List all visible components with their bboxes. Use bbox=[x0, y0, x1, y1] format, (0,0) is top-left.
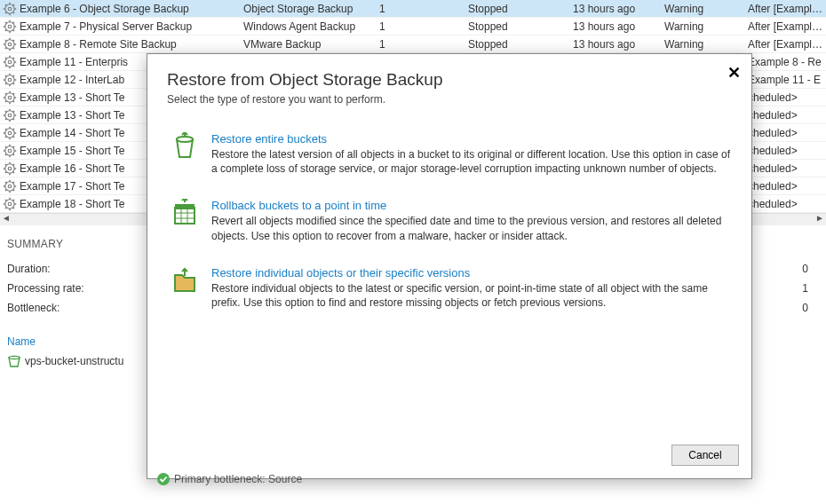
job-next: cheduled> bbox=[748, 180, 826, 193]
job-count: 1 bbox=[379, 38, 468, 51]
svg-point-100 bbox=[5, 181, 14, 190]
svg-line-109 bbox=[13, 181, 14, 182]
svg-line-19 bbox=[13, 21, 14, 22]
svg-line-89 bbox=[13, 146, 14, 146]
gear-icon bbox=[2, 125, 18, 141]
svg-line-103 bbox=[13, 189, 14, 190]
svg-line-95 bbox=[5, 171, 6, 172]
gear-icon bbox=[2, 1, 18, 17]
gear-icon bbox=[2, 178, 18, 194]
svg-line-29 bbox=[13, 39, 14, 40]
option-title-link[interactable]: Rollback buckets to a point in time bbox=[211, 199, 732, 212]
table-row[interactable]: Example 7 - Physical Server BackupWindow… bbox=[0, 18, 826, 35]
job-next: After [Example 6 - O.. bbox=[748, 20, 826, 33]
svg-line-49 bbox=[13, 75, 14, 75]
svg-line-67 bbox=[5, 110, 6, 111]
svg-line-65 bbox=[5, 118, 6, 119]
job-time: 13 hours ago bbox=[573, 20, 664, 33]
svg-point-91 bbox=[8, 167, 12, 170]
close-icon[interactable]: ✕ bbox=[727, 63, 741, 83]
job-next: After [Example 4 - Ex bbox=[748, 3, 826, 15]
svg-line-57 bbox=[5, 92, 6, 93]
svg-line-113 bbox=[13, 207, 14, 208]
svg-line-3 bbox=[13, 12, 14, 12]
restore-option: Rollback buckets to a point in timeRever… bbox=[167, 199, 732, 242]
restore-option: Restore entire bucketsRestore the latest… bbox=[167, 132, 732, 176]
job-count: 1 bbox=[379, 3, 468, 15]
svg-line-23 bbox=[13, 47, 14, 48]
svg-point-120 bbox=[9, 356, 20, 358]
svg-point-81 bbox=[8, 149, 12, 153]
svg-point-101 bbox=[8, 185, 12, 188]
svg-point-0 bbox=[5, 4, 14, 12]
gear-icon bbox=[2, 161, 18, 177]
svg-line-93 bbox=[13, 171, 14, 172]
option-title-link[interactable]: Restore entire buckets bbox=[211, 132, 732, 146]
svg-point-60 bbox=[5, 110, 14, 119]
svg-line-87 bbox=[5, 146, 6, 146]
job-status: Warning bbox=[664, 20, 748, 33]
svg-point-70 bbox=[5, 128, 14, 137]
svg-line-35 bbox=[5, 65, 6, 66]
svg-line-99 bbox=[13, 163, 14, 164]
job-status: Warning bbox=[664, 3, 748, 15]
svg-point-51 bbox=[8, 96, 12, 99]
job-state: Stopped bbox=[468, 3, 573, 15]
job-next: After [Example 7 - Ph bbox=[748, 38, 826, 51]
dialog-subtitle: Select the type of restore you want to p… bbox=[167, 93, 732, 106]
svg-line-75 bbox=[5, 136, 6, 137]
svg-point-111 bbox=[8, 202, 12, 206]
svg-line-53 bbox=[13, 100, 14, 101]
gear-icon bbox=[2, 143, 18, 159]
table-row[interactable]: Example 8 - Remote Site BackupVMware Bac… bbox=[0, 35, 826, 53]
job-next: cheduled> bbox=[748, 91, 826, 104]
svg-line-9 bbox=[13, 4, 14, 4]
svg-line-77 bbox=[5, 128, 6, 129]
bucket-icon bbox=[7, 355, 21, 367]
svg-rect-123 bbox=[175, 204, 195, 209]
option-title-link[interactable]: Restore individual objects or their spec… bbox=[211, 266, 732, 280]
restore-option: Restore individual objects or their spec… bbox=[167, 266, 732, 310]
svg-line-33 bbox=[13, 65, 14, 66]
cancel-button[interactable]: Cancel bbox=[671, 445, 739, 466]
gear-icon bbox=[2, 19, 18, 35]
gear-icon bbox=[2, 107, 18, 123]
svg-line-105 bbox=[5, 189, 6, 190]
svg-point-90 bbox=[5, 163, 14, 172]
gear-icon bbox=[2, 36, 18, 52]
gear-icon bbox=[2, 72, 18, 88]
bucket-item-label: vps-bucket-unstructu bbox=[25, 355, 123, 367]
job-type: VMware Backup bbox=[243, 38, 379, 51]
svg-line-107 bbox=[5, 181, 6, 182]
svg-point-41 bbox=[8, 78, 12, 82]
svg-line-13 bbox=[13, 29, 14, 30]
svg-point-50 bbox=[5, 92, 14, 101]
svg-point-80 bbox=[5, 146, 14, 154]
svg-point-11 bbox=[8, 25, 12, 28]
svg-line-73 bbox=[13, 136, 14, 137]
gear-icon bbox=[2, 90, 18, 106]
svg-line-85 bbox=[5, 154, 6, 154]
dialog-title: Restore from Object Storage Backup bbox=[167, 70, 732, 90]
svg-rect-122 bbox=[175, 208, 195, 224]
job-name: Example 6 - Object Storage Backup bbox=[20, 3, 243, 15]
job-next: cheduled> bbox=[748, 127, 826, 139]
status-peek: Primary bottleneck: Source bbox=[156, 472, 302, 486]
svg-point-10 bbox=[5, 21, 14, 30]
svg-line-115 bbox=[5, 207, 6, 208]
svg-line-59 bbox=[13, 92, 14, 93]
job-type: Windows Agent Backup bbox=[243, 20, 379, 33]
job-time: 13 hours ago bbox=[573, 38, 664, 51]
svg-line-117 bbox=[5, 199, 6, 200]
gear-icon bbox=[2, 54, 18, 70]
option-description: Revert all objects modified since the sp… bbox=[211, 214, 732, 242]
svg-line-79 bbox=[13, 128, 14, 129]
table-row[interactable]: Example 6 - Object Storage BackupObject … bbox=[0, 0, 826, 18]
job-next: cheduled> bbox=[748, 109, 826, 122]
svg-line-83 bbox=[13, 154, 14, 154]
option-description: Restore the latest version of all object… bbox=[211, 147, 732, 176]
svg-line-63 bbox=[13, 118, 14, 119]
status-peek-text: Primary bottleneck: Source bbox=[174, 473, 302, 485]
svg-line-7 bbox=[5, 4, 6, 4]
svg-point-1 bbox=[8, 7, 12, 11]
